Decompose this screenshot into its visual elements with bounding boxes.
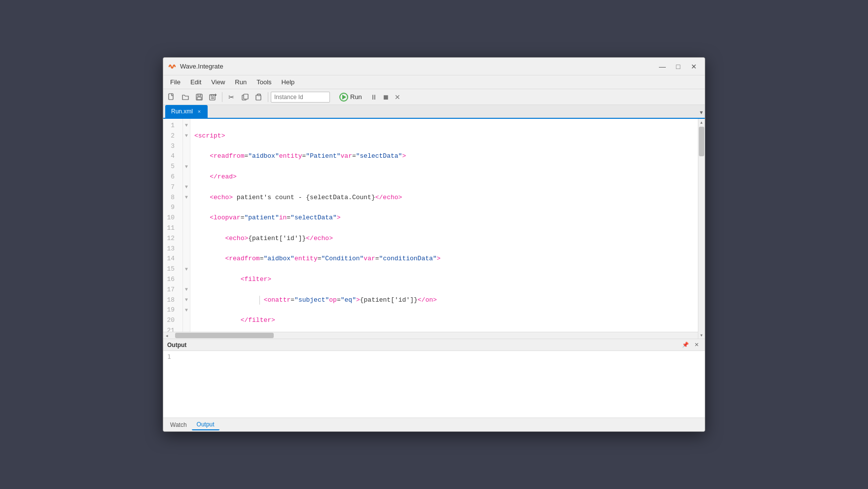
close-button[interactable]: ✕ xyxy=(687,62,701,71)
bottom-tab-watch[interactable]: Watch xyxy=(165,419,192,430)
menu-help[interactable]: Help xyxy=(277,77,300,87)
fold-5[interactable]: ▼ xyxy=(183,162,190,172)
v-scroll-thumb[interactable] xyxy=(699,127,704,156)
title-bar: Wave.Integrate — □ ✕ xyxy=(163,58,705,75)
fold-21 xyxy=(183,326,190,332)
line-1: <script> xyxy=(194,131,701,141)
line-6: <echo>{patient['id']}</echo> xyxy=(194,234,701,244)
output-title: Output xyxy=(167,342,186,349)
fold-11 xyxy=(183,223,190,234)
app-logo-icon xyxy=(167,62,177,71)
menu-bar: File Edit View Run Tools Help xyxy=(163,75,705,89)
tab-run-xml[interactable]: Run.xml × xyxy=(165,105,208,118)
fold-20 xyxy=(183,315,190,326)
fold-19[interactable]: ▼ xyxy=(183,305,190,315)
instance-id-input[interactable] xyxy=(271,92,330,103)
main-area: 12345 678910 1112131415 1617181920 21222… xyxy=(163,119,705,431)
svg-rect-2 xyxy=(198,94,201,96)
run-label: Run xyxy=(350,93,362,101)
fold-1[interactable]: ▼ xyxy=(183,121,190,131)
window-title: Wave.Integrate xyxy=(180,63,655,70)
output-icons: 📌 ✕ xyxy=(681,341,701,349)
copy-button[interactable] xyxy=(239,91,252,103)
output-header: Output 📌 ✕ xyxy=(163,339,705,351)
tab-bar: Run.xml × ▾ xyxy=(163,105,705,119)
menu-view[interactable]: View xyxy=(206,77,230,87)
bottom-tab-output[interactable]: Output xyxy=(192,419,219,430)
fold-18[interactable]: ▼ xyxy=(183,295,190,306)
toolbar: ✂ Run ⏸ ⏹ ✕ xyxy=(163,89,705,105)
v-scroll-track xyxy=(698,126,705,332)
run-button[interactable]: Run xyxy=(334,91,367,103)
output-content: 1 xyxy=(163,351,705,418)
line-10: </filter> xyxy=(194,315,701,326)
close-output-icon[interactable]: ✕ xyxy=(692,341,701,349)
menu-run[interactable]: Run xyxy=(230,77,252,87)
fold-17[interactable]: ▼ xyxy=(183,285,190,295)
toolbar-separator-1 xyxy=(222,92,222,102)
cut-button[interactable]: ✂ xyxy=(225,91,238,103)
output-line-numbers: 1 xyxy=(167,353,171,416)
run-triangle-icon xyxy=(342,95,346,100)
scroll-up-icon[interactable]: ▴ xyxy=(698,119,705,126)
svg-rect-9 xyxy=(257,94,260,96)
fold-16 xyxy=(183,275,190,285)
fold-8[interactable]: ▼ xyxy=(183,193,190,203)
fold-14 xyxy=(183,254,190,264)
stop-button[interactable]: ⏹ xyxy=(380,92,391,103)
pause-button[interactable]: ⏸ xyxy=(368,92,379,103)
output-panel: Output 📌 ✕ 1 xyxy=(163,339,705,418)
tab-close-button[interactable]: × xyxy=(196,108,203,115)
fold-15[interactable]: ▼ xyxy=(183,264,190,275)
fold-10 xyxy=(183,213,190,223)
fold-7[interactable]: ▼ xyxy=(183,182,190,193)
editor-area: 12345 678910 1112131415 1617181920 21222… xyxy=(163,119,705,339)
tab-label: Run.xml xyxy=(171,108,193,115)
line-2: <read from="aidbox" entity="Patient" var… xyxy=(194,151,701,162)
vertical-scrollbar[interactable]: ▴ ▾ xyxy=(698,119,705,339)
code-fold-area: ▼ ▼ ▼ ▼ ▼ ▼ ▼ xyxy=(183,119,190,332)
fold-4 xyxy=(183,151,190,162)
new-file-button[interactable] xyxy=(165,91,178,103)
scroll-down-icon[interactable]: ▾ xyxy=(698,332,705,339)
line-3: </read> xyxy=(194,172,701,182)
app-window: Wave.Integrate — □ ✕ File Edit View Run … xyxy=(163,57,705,432)
save-button[interactable] xyxy=(193,91,206,103)
svg-rect-7 xyxy=(244,94,248,99)
svg-rect-3 xyxy=(197,97,201,100)
fold-13 xyxy=(183,244,190,254)
line-7: <read from="aidbox" entity="Condition" v… xyxy=(194,254,701,264)
kill-button[interactable]: ✕ xyxy=(392,92,403,103)
toolbar-separator-2 xyxy=(268,92,268,102)
line-5: <loop var="patient" in="selectData"> xyxy=(194,213,701,223)
line-9: <on attr="subject" op="eq">{patient['id'… xyxy=(194,295,701,306)
open-file-button[interactable] xyxy=(179,91,192,103)
pin-icon[interactable]: 📌 xyxy=(681,341,690,349)
fold-2[interactable]: ▼ xyxy=(183,131,190,141)
save-all-button[interactable] xyxy=(207,91,219,103)
svg-rect-0 xyxy=(169,94,173,100)
h-scroll-thumb[interactable] xyxy=(175,333,274,338)
menu-edit[interactable]: Edit xyxy=(185,77,206,87)
line-4: <echo> patient's count - {selectData.Cou… xyxy=(194,193,701,203)
fold-6 xyxy=(183,172,190,182)
paste-button[interactable] xyxy=(253,91,265,103)
tab-dropdown-icon[interactable]: ▾ xyxy=(700,109,703,116)
fold-12 xyxy=(183,234,190,244)
scroll-left-icon[interactable]: ◂ xyxy=(163,332,170,339)
line-8: <filter> xyxy=(194,275,701,285)
bottom-tab-bar: Watch Output xyxy=(163,418,705,431)
menu-tools[interactable]: Tools xyxy=(252,77,276,87)
minimize-button[interactable]: — xyxy=(655,62,669,71)
fold-3 xyxy=(183,141,190,152)
h-scroll-track xyxy=(170,332,698,339)
code-editor[interactable]: <script> <read from="aidbox" entity="Pat… xyxy=(190,119,705,332)
window-controls: — □ ✕ xyxy=(655,62,701,71)
code-container[interactable]: 12345 678910 1112131415 1617181920 21222… xyxy=(163,119,705,332)
fold-9 xyxy=(183,203,190,213)
menu-file[interactable]: File xyxy=(165,77,185,87)
line-numbers: 12345 678910 1112131415 1617181920 21222… xyxy=(163,119,183,332)
horizontal-scrollbar[interactable]: ◂ ▸ xyxy=(163,332,705,339)
maximize-button[interactable]: □ xyxy=(671,62,685,71)
run-circle-icon xyxy=(339,93,348,102)
